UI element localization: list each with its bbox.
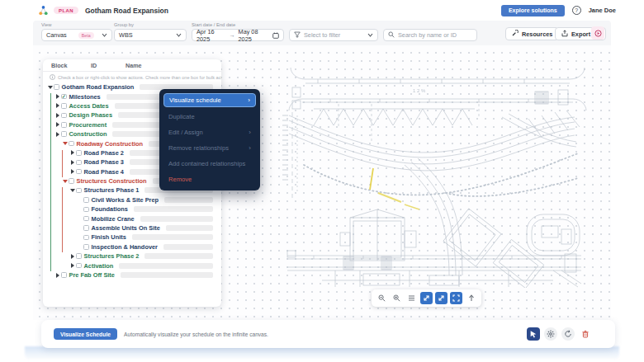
start-date-value: Apr 16 2025: [197, 28, 225, 43]
footer-glow: [25, 346, 619, 362]
settings-button[interactable]: [544, 327, 557, 341]
date-range-picker[interactable]: Apr 16 2025 → May 08 2025: [192, 29, 284, 41]
group-by-value: WBS: [119, 31, 133, 39]
tree-row-label: Roadway Construction: [77, 140, 143, 148]
tree-expander-icon[interactable]: [69, 160, 75, 165]
tree-row-label: Structures Phase 1: [84, 186, 140, 194]
pan-mode-button[interactable]: [435, 292, 447, 304]
refresh-button[interactable]: [561, 327, 575, 341]
context-menu-item[interactable]: Remove relationships›: [163, 140, 256, 156]
tree-row[interactable]: Inspection & Handover: [43, 242, 221, 252]
row-checkbox[interactable]: [61, 103, 67, 109]
tree-expander-icon[interactable]: [69, 169, 75, 174]
calendar-icon: [272, 32, 279, 39]
tree-row[interactable]: Pre Fab Off Site: [43, 270, 221, 280]
row-checkbox[interactable]: [61, 272, 67, 278]
row-checkbox[interactable]: [83, 244, 89, 250]
row-checkbox[interactable]: [76, 160, 82, 166]
row-checkbox[interactable]: [76, 150, 82, 156]
zoom-in-button[interactable]: [391, 292, 403, 304]
row-filler-bar: [164, 197, 213, 203]
resources-button[interactable]: Resources: [505, 27, 559, 40]
tree-expander-icon[interactable]: [54, 113, 60, 118]
tree-expander-icon[interactable]: [54, 122, 60, 127]
refresh-icon: [564, 328, 572, 341]
expand-button[interactable]: [450, 292, 462, 304]
row-filler-bar: [140, 216, 213, 222]
row-checkbox[interactable]: [76, 169, 82, 175]
link-mode-button[interactable]: [420, 292, 433, 304]
tree-row-label: Access Dates: [69, 102, 109, 110]
row-checkbox[interactable]: [76, 253, 82, 259]
row-checkbox[interactable]: [83, 216, 89, 222]
tree-row-label: Road Phase 2: [84, 149, 124, 157]
row-filler-bar: [144, 253, 213, 259]
resources-label: Resources: [522, 31, 552, 38]
visualize-schedule-description: Automatically visualize your schedule on…: [124, 331, 268, 337]
zoom-out-button[interactable]: [376, 292, 388, 304]
view-select[interactable]: Canvas Beta: [41, 29, 112, 41]
context-menu-item[interactable]: Edit / Assign›: [163, 125, 256, 140]
tree-expander-icon[interactable]: [54, 273, 60, 278]
filter-select[interactable]: Select to filter: [289, 29, 378, 41]
search-spacer-label: [383, 22, 477, 27]
row-checkbox[interactable]: [83, 225, 89, 231]
row-checkbox[interactable]: [61, 113, 67, 119]
context-menu-item[interactable]: Remove: [163, 172, 256, 187]
context-menu-item[interactable]: Duplicate: [163, 109, 256, 125]
tree-expander-icon[interactable]: [69, 150, 75, 155]
row-checkbox[interactable]: [83, 235, 89, 241]
tree-row[interactable]: Assemble Units On Site: [43, 223, 221, 233]
tree-row[interactable]: Activation: [43, 261, 221, 270]
explore-solutions-button[interactable]: Explore solutions: [501, 5, 565, 16]
row-checkbox[interactable]: [83, 197, 89, 203]
tree-expander-icon[interactable]: [54, 132, 60, 137]
run-icon[interactable]: [591, 26, 604, 40]
tree-expander-icon[interactable]: [62, 180, 68, 183]
context-menu-item[interactable]: Add contained relationships: [163, 156, 256, 172]
row-checkbox[interactable]: [69, 178, 74, 184]
tree-row[interactable]: Finish Units: [43, 233, 221, 242]
filter-bar: View Canvas Beta Group by WBS Start date…: [33, 21, 611, 45]
group-by-select[interactable]: WBS: [114, 29, 187, 41]
row-checkbox[interactable]: [69, 141, 74, 147]
tree-expander-icon[interactable]: [54, 94, 60, 99]
row-checkbox[interactable]: [61, 131, 67, 137]
infinite-canvas[interactable]: 1 2 %: [33, 45, 611, 320]
tree-expander-icon[interactable]: [47, 86, 53, 89]
tree-expander-icon[interactable]: [69, 254, 75, 259]
tree-row-label: Mobilize Crane: [92, 215, 135, 223]
search-input[interactable]: [398, 31, 472, 39]
context-menu-item[interactable]: Visualize schedule›: [163, 93, 256, 107]
tree-row[interactable]: Foundations: [43, 205, 221, 214]
arrow-up-icon: [468, 292, 475, 304]
tree-row-label: Pre Fab Off Site: [69, 271, 115, 279]
row-checkbox[interactable]: [76, 263, 82, 269]
tree-expander-icon[interactable]: [69, 189, 75, 192]
row-checkbox[interactable]: [83, 207, 89, 213]
info-icon: [50, 74, 55, 81]
row-checkbox[interactable]: [61, 122, 67, 128]
fit-view-button[interactable]: [405, 292, 418, 304]
date-arrow: →: [229, 31, 234, 39]
filter-placeholder: Select to filter: [304, 31, 340, 39]
visualize-schedule-button[interactable]: Visualize Schedule: [54, 328, 117, 340]
user-name[interactable]: Jane Doe: [589, 7, 616, 14]
tree-row[interactable]: Civil Works & Site Prep: [43, 195, 221, 205]
help-icon[interactable]: ?: [572, 6, 581, 15]
scroll-up-button[interactable]: [465, 292, 477, 304]
tree-row-label: Procurement: [69, 121, 107, 129]
row-checkbox[interactable]: ✓: [61, 94, 67, 100]
tree-expander-icon[interactable]: [62, 142, 68, 145]
tree-row[interactable]: Mobilize Crane: [43, 214, 221, 223]
tree-row[interactable]: Structures Phase 2: [43, 252, 221, 261]
row-checkbox[interactable]: [76, 188, 82, 194]
tree-expander-icon[interactable]: [54, 103, 60, 108]
view-value: Canvas: [46, 31, 67, 39]
row-checkbox[interactable]: [54, 84, 59, 90]
select-tool-button[interactable]: [527, 327, 540, 341]
chevron-right-icon: ›: [249, 129, 251, 136]
chevron-right-icon: ›: [249, 144, 251, 152]
delete-button[interactable]: [579, 327, 592, 341]
tree-expander-icon[interactable]: [69, 263, 75, 268]
